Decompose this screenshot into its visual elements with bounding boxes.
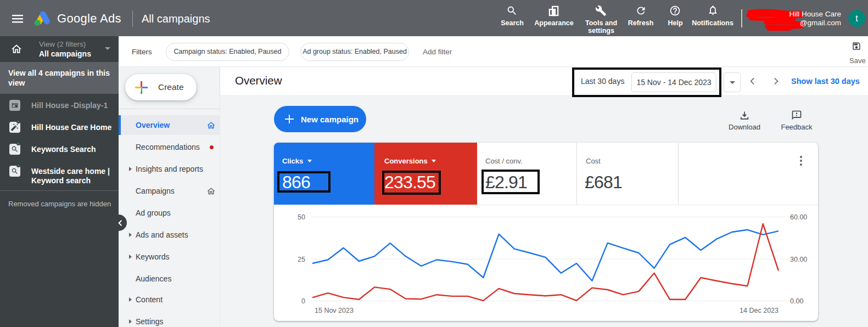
svg-text:25: 25 xyxy=(298,256,305,263)
svg-text:50: 50 xyxy=(298,213,305,221)
svg-text:14 Dec 2023: 14 Dec 2023 xyxy=(740,307,779,314)
svg-text:15 Nov 2023: 15 Nov 2023 xyxy=(315,307,354,314)
svg-text:0.00: 0.00 xyxy=(790,297,803,305)
svg-text:0: 0 xyxy=(301,297,305,305)
svg-text:60.00: 60.00 xyxy=(790,213,807,221)
svg-text:30.00: 30.00 xyxy=(790,256,807,263)
